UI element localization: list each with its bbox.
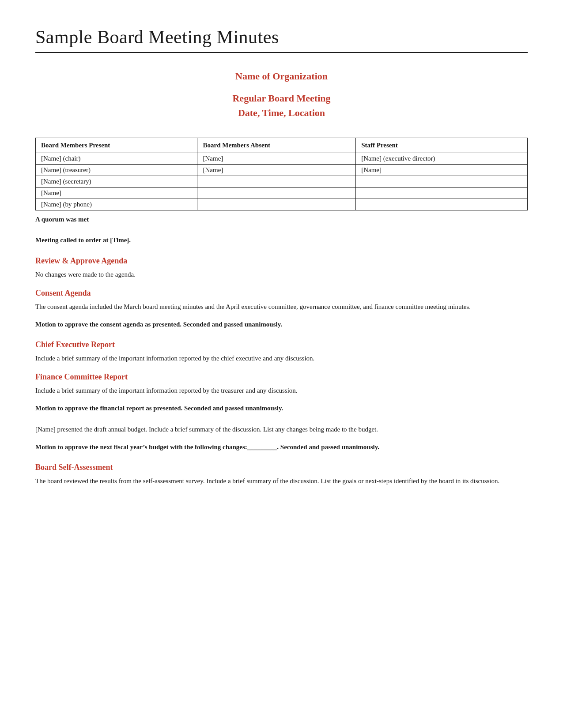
col3-header: Staff Present <box>356 138 528 153</box>
col2-row5 <box>197 199 356 210</box>
page-title: Sample Board Meeting Minutes <box>35 26 528 48</box>
section-body-board-self-assessment: The board reviewed the results from the … <box>35 476 528 486</box>
col1-row5: [Name] (by phone) <box>36 199 197 210</box>
attendance-table: Board Members Present Board Members Abse… <box>35 138 528 210</box>
col2-row2: [Name] <box>197 165 356 176</box>
org-section: Name of Organization Regular Board Meeti… <box>35 71 528 120</box>
section-heading-consent-agenda: Consent Agenda <box>35 289 528 298</box>
col3-row2: [Name] <box>356 165 528 176</box>
col3-row4 <box>356 188 528 199</box>
meeting-type: Regular Board Meeting <box>35 91 528 105</box>
col1-row2: [Name] (treasurer) <box>36 165 197 176</box>
col2-row1: [Name] <box>197 153 356 165</box>
col2-row3 <box>197 176 356 188</box>
col2-row4 <box>197 188 356 199</box>
section-budget: [Name] presented the draft annual budget… <box>35 424 528 452</box>
col3-row3 <box>356 176 528 188</box>
table-row: [Name] (chair) [Name] [Name] (executive … <box>36 153 528 165</box>
col2-header: Board Members Absent <box>197 138 356 153</box>
section-finance-committee: Finance Committee Report Include a brief… <box>35 372 528 413</box>
table-row: [Name] <box>36 188 528 199</box>
section-heading-chief-exec: Chief Executive Report <box>35 340 528 349</box>
section-body-finance-committee: Include a brief summary of the important… <box>35 385 528 396</box>
section-body-consent-agenda: The consent agenda included the March bo… <box>35 301 528 312</box>
section-board-self-assessment: Board Self-Assessment The board reviewed… <box>35 463 528 486</box>
org-name: Name of Organization <box>35 71 528 82</box>
section-heading-board-self-assessment: Board Self-Assessment <box>35 463 528 472</box>
section-consent-agenda: Consent Agenda The consent agenda includ… <box>35 289 528 330</box>
meeting-info: Regular Board Meeting Date, Time, Locati… <box>35 91 528 120</box>
section-body-review-agenda: No changes were made to the agenda. <box>35 269 528 280</box>
table-row: [Name] (secretary) <box>36 176 528 188</box>
section-body-chief-exec: Include a brief summary of the important… <box>35 353 528 364</box>
motion-finance-report: Motion to approve the financial report a… <box>35 403 528 413</box>
col1-row1: [Name] (chair) <box>36 153 197 165</box>
section-heading-finance-committee: Finance Committee Report <box>35 372 528 382</box>
quorum-statement: A quorum was met <box>35 216 528 223</box>
section-body-budget: [Name] presented the draft annual budget… <box>35 424 528 435</box>
table-row: [Name] (treasurer) [Name] [Name] <box>36 165 528 176</box>
title-divider <box>35 52 528 53</box>
col3-row1: [Name] (executive director) <box>356 153 528 165</box>
col1-row4: [Name] <box>36 188 197 199</box>
section-chief-exec: Chief Executive Report Include a brief s… <box>35 340 528 364</box>
col3-row5 <box>356 199 528 210</box>
table-row: [Name] (by phone) <box>36 199 528 210</box>
col1-header: Board Members Present <box>36 138 197 153</box>
motion-budget: Motion to approve the next fiscal year’s… <box>35 442 528 452</box>
meeting-date-time-location: Date, Time, Location <box>35 105 528 120</box>
meeting-called: Meeting called to order at [Time]. <box>35 236 528 244</box>
motion-consent-agenda: Motion to approve the consent agenda as … <box>35 319 528 330</box>
section-heading-review-agenda: Review & Approve Agenda <box>35 256 528 266</box>
col1-row3: [Name] (secretary) <box>36 176 197 188</box>
section-review-agenda: Review & Approve Agenda No changes were … <box>35 256 528 280</box>
